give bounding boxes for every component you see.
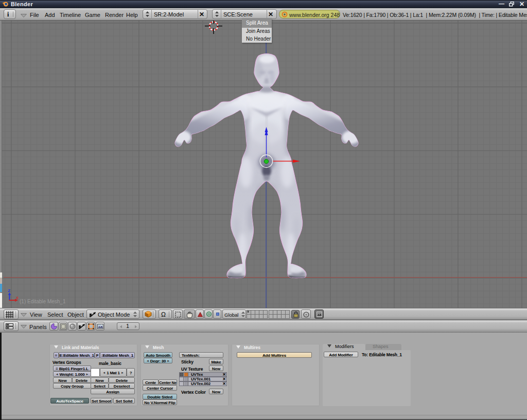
svg-text:x: x: [16, 295, 19, 300]
svg-text:Z: Z: [8, 288, 10, 293]
